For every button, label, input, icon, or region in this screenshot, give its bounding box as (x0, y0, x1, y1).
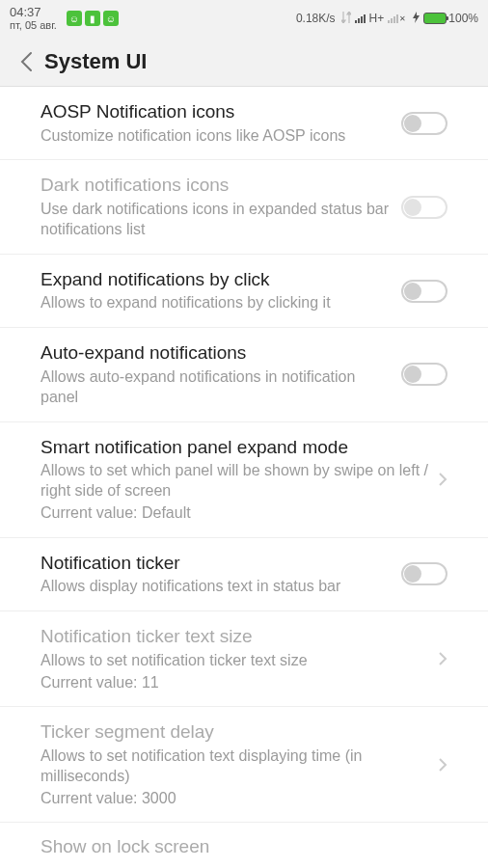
setting-current-value: Current value: 3000 (41, 789, 428, 809)
status-date: пт, 05 авг. (10, 19, 57, 31)
setting-row[interactable]: AOSP Notification iconsCustomize notific… (0, 87, 488, 160)
setting-title: Auto-expand notifications (41, 341, 392, 366)
setting-subtitle: Allows auto-expand notifications in noti… (41, 367, 392, 408)
setting-subtitle: Allows to set notification text displayi… (41, 746, 428, 787)
setting-subtitle: Allows to set notification ticker text s… (41, 651, 428, 671)
setting-title: Notification ticker (41, 552, 392, 576)
setting-subtitle: Use dark notifications icons in expanded… (41, 200, 392, 240)
setting-row-partial[interactable]: Show on lock screen (0, 823, 488, 857)
setting-subtitle: Allows to expand notifications by clicki… (41, 293, 392, 313)
setting-title: Dark notifications icons (41, 174, 392, 198)
toggle-switch[interactable] (401, 280, 447, 303)
setting-row[interactable]: Ticker segment delayAllows to set notifi… (0, 707, 488, 823)
signal-icon (355, 14, 366, 23)
setting-title: Show on lock screen (41, 836, 447, 857)
setting-title: Notification ticker text size (41, 625, 428, 649)
setting-title: AOSP Notification icons (41, 100, 392, 124)
chevron-right-icon (438, 472, 447, 487)
setting-row[interactable]: Notification ticker text sizeAllows to s… (0, 611, 488, 707)
status-app-icon: ☺ (67, 11, 82, 26)
app-bar: System UI (0, 37, 488, 87)
setting-current-value: Current value: Default (41, 503, 428, 524)
battery-icon (423, 13, 447, 24)
toggle-switch (401, 196, 447, 219)
status-app-icon: ☺ (103, 11, 119, 26)
toggle-switch[interactable] (401, 363, 447, 386)
chevron-left-icon (19, 51, 33, 72)
chevron-right-icon (438, 651, 447, 666)
setting-title: Expand notifications by click (41, 268, 392, 292)
setting-current-value: Current value: 11 (41, 673, 428, 693)
setting-row[interactable]: Expand notifications by clickAllows to e… (0, 255, 488, 328)
setting-row[interactable]: Dark notifications iconsUse dark notific… (0, 160, 488, 254)
chevron-right-icon (438, 757, 447, 773)
status-bar: 04:37 пт, 05 авг. ☺ ▮ ☺ 0.18K/s H+ ✕ 100… (0, 0, 488, 37)
setting-title: Smart notification panel expand mode (41, 436, 428, 460)
signal-icon-dim (388, 14, 398, 23)
setting-subtitle: Allows display notifications text in sta… (41, 577, 392, 597)
status-app-icon: ▮ (85, 11, 100, 26)
setting-row[interactable]: Smart notification panel expand modeAllo… (0, 422, 488, 538)
setting-row[interactable]: Notification tickerAllows display notifi… (0, 538, 488, 611)
settings-list: AOSP Notification iconsCustomize notific… (0, 87, 488, 857)
setting-row[interactable]: Auto-expand notificationsAllows auto-exp… (0, 328, 488, 421)
setting-subtitle: Customize notification icons like AOSP i… (41, 126, 392, 147)
back-button[interactable] (10, 45, 42, 78)
setting-subtitle: Allows to set which panel will be shown … (41, 461, 428, 502)
data-arrows-icon (341, 12, 351, 26)
page-title: System UI (44, 49, 147, 74)
toggle-switch[interactable] (401, 562, 447, 585)
status-battery-pct: 100% (448, 12, 478, 25)
status-net-type: H+ (369, 12, 385, 25)
toggle-switch[interactable] (401, 112, 447, 135)
setting-title: Ticker segment delay (41, 720, 428, 745)
status-time: 04:37 (10, 6, 57, 19)
status-net-speed: 0.18K/s (296, 12, 336, 25)
bolt-icon (413, 12, 420, 26)
